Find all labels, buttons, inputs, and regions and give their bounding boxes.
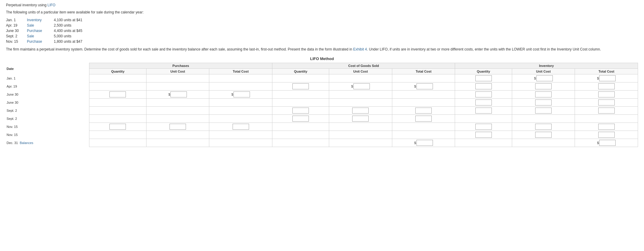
input-inv-unit-jan1[interactable] <box>536 75 553 81</box>
cell-inv-qty[interactable] <box>455 99 512 107</box>
input-inv-qty-jun30-2[interactable] <box>475 100 492 105</box>
cell-inv-total[interactable] <box>575 107 638 115</box>
input-inv-total-sep2-1[interactable] <box>598 108 615 114</box>
input-cogs-qty-apr19[interactable] <box>292 83 309 89</box>
cell-inv-total[interactable] <box>575 82 638 91</box>
cell-inv-total[interactable] <box>575 99 638 107</box>
cell-cogs-qty[interactable] <box>272 107 329 115</box>
cell-inv-total[interactable] <box>575 91 638 99</box>
cell-inv-unit[interactable] <box>512 91 575 99</box>
input-cogs-total-sep2-1[interactable] <box>415 108 432 114</box>
cell-purch-total[interactable] <box>209 123 272 131</box>
input-inv-total-nov15-2[interactable] <box>598 132 615 138</box>
cell-cogs-total[interactable] <box>392 107 455 115</box>
row-date: Nov. 15 <box>6 131 89 139</box>
page-header: Perpetual inventory using LIFO <box>6 3 638 7</box>
input-cogs-total-dec31[interactable] <box>416 140 433 146</box>
input-purch-qty-nov15[interactable] <box>109 124 126 130</box>
item-date: Nov. 15 <box>6 39 27 44</box>
cell-inv-qty[interactable] <box>455 107 512 115</box>
exhibit4-link[interactable]: Exhibit 4 <box>353 47 367 51</box>
cell-cogs-qty[interactable] <box>272 82 329 91</box>
cell-empty <box>272 139 329 147</box>
cell-cogs-unit[interactable]: $ <box>329 82 392 91</box>
item-detail: 4,400 units at $45 <box>54 29 82 33</box>
cell-empty <box>209 74 272 82</box>
cell-empty <box>146 139 209 147</box>
cell-inv-qty[interactable] <box>455 123 512 131</box>
cell-purch-unit[interactable]: $ <box>146 91 209 99</box>
item-date: Sept. 2 <box>6 34 27 38</box>
input-purch-unit-jun30[interactable] <box>170 91 187 97</box>
cell-inv-total[interactable] <box>575 123 638 131</box>
lifo-link[interactable]: LIFO <box>48 3 56 7</box>
item-type: Inventory <box>27 18 54 22</box>
input-cogs-unit-sep2-1[interactable] <box>352 108 369 114</box>
cell-inv-unit[interactable] <box>512 99 575 107</box>
cell-inv-total[interactable]: $ <box>575 74 638 82</box>
cell-inv-total[interactable] <box>575 131 638 139</box>
item-detail: 2,500 units <box>54 23 71 27</box>
row-date: Sept. 2 <box>6 107 89 115</box>
input-cogs-unit-apr19[interactable] <box>353 83 370 89</box>
input-inv-unit-sep2-1[interactable] <box>535 108 552 114</box>
input-inv-total-jun30-2[interactable] <box>598 100 615 105</box>
input-inv-unit-nov15-2[interactable] <box>535 132 552 138</box>
item-detail: 1,800 units at $47 <box>54 39 82 44</box>
cell-inv-unit[interactable] <box>512 131 575 139</box>
input-inv-unit-jun30-2[interactable] <box>535 100 552 105</box>
input-inv-total-jan1[interactable] <box>599 75 616 81</box>
input-cogs-qty-sep2-2[interactable] <box>292 116 309 122</box>
cell-inv-qty[interactable] <box>455 131 512 139</box>
cell-inv-unit[interactable] <box>512 82 575 91</box>
table-row: Nov. 15 <box>6 123 638 131</box>
cell-inv-qty[interactable] <box>455 74 512 82</box>
cell-purch-qty[interactable] <box>89 91 146 99</box>
input-inv-total-dec31[interactable] <box>599 140 616 146</box>
list-item: June 30 Purchase 4,400 units at $45 <box>6 29 638 33</box>
input-purch-total-jun30[interactable] <box>234 91 250 97</box>
cell-cogs-qty[interactable] <box>272 115 329 123</box>
input-cogs-unit-sep2-2[interactable] <box>352 116 369 122</box>
input-purch-qty-jun30[interactable] <box>109 91 126 97</box>
cogs-header: Cost of Goods Sold <box>272 63 455 69</box>
input-inv-qty-nov15-2[interactable] <box>475 132 492 138</box>
input-inv-total-apr19[interactable] <box>598 83 615 89</box>
cell-inv-qty[interactable] <box>455 82 512 91</box>
cell-cogs-total[interactable] <box>392 115 455 123</box>
cell-empty <box>146 82 209 91</box>
input-inv-unit-jun30-1[interactable] <box>535 91 552 97</box>
cell-purch-total[interactable]: $ <box>209 91 272 99</box>
col-purch-total: Total Cost <box>209 69 272 74</box>
cell-cogs-unit[interactable] <box>329 115 392 123</box>
cell-inv-unit[interactable] <box>512 107 575 115</box>
input-inv-qty-sep2-1[interactable] <box>475 108 492 114</box>
cell-inv-unit[interactable] <box>512 123 575 131</box>
input-inv-qty-jun30-1[interactable] <box>475 91 492 97</box>
input-inv-qty-jan1[interactable] <box>475 75 492 81</box>
input-cogs-total-apr19[interactable] <box>416 83 433 89</box>
cell-cogs-unit[interactable] <box>329 107 392 115</box>
input-inv-qty-nov15-1[interactable] <box>475 124 492 130</box>
input-inv-total-jun30-1[interactable] <box>598 91 615 97</box>
input-purch-unit-nov15[interactable] <box>170 124 186 130</box>
item-detail: 4,100 units at $41 <box>54 18 82 22</box>
input-inv-unit-apr19[interactable] <box>535 83 552 89</box>
input-inv-unit-nov15-1[interactable] <box>535 124 552 130</box>
input-inv-qty-apr19[interactable] <box>475 83 492 89</box>
cell-cogs-total-balances[interactable]: $ <box>392 139 455 147</box>
input-cogs-total-sep2-2[interactable] <box>415 116 432 122</box>
list-item: Nov. 15 Purchase 1,800 units at $47 <box>6 39 638 44</box>
cell-purch-unit[interactable] <box>146 123 209 131</box>
row-date: Sept. 2 <box>6 115 89 123</box>
input-inv-total-nov15-1[interactable] <box>598 124 615 130</box>
intro-text: The following units of a particular item… <box>6 10 638 15</box>
cell-cogs-total[interactable]: $ <box>392 82 455 91</box>
cell-inv-total-balances[interactable]: $ <box>575 139 638 147</box>
cell-inv-unit[interactable]: $ <box>512 74 575 82</box>
input-purch-total-nov15[interactable] <box>233 124 249 130</box>
cell-purch-qty[interactable] <box>89 123 146 131</box>
cell-inv-qty[interactable] <box>455 91 512 99</box>
input-cogs-qty-sep2-1[interactable] <box>292 108 309 114</box>
cell-empty <box>89 139 146 147</box>
